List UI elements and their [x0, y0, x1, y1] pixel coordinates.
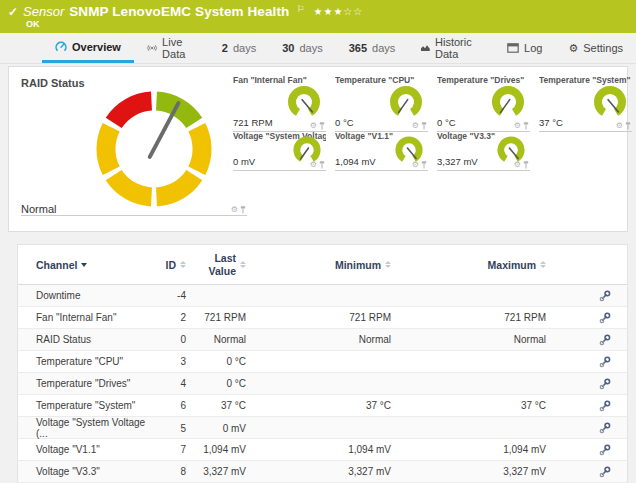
table-row: Temperature "Drives" 4 0 °C [18, 373, 627, 395]
tab-bar: Overview Live Data 2 days 30 days 365 da… [0, 33, 636, 64]
raid-status-gauge-title: RAID Status [21, 77, 85, 89]
tab-30-days-number: 30 [282, 42, 294, 54]
gauge-settings-gear-icon[interactable]: ⚙ [412, 161, 419, 169]
last-value-cell: 0 mV [186, 423, 246, 434]
channel-id-cell: 3 [148, 356, 186, 367]
edit-channel-wrench-icon[interactable] [599, 422, 611, 434]
minimum-cell: 3,327 mV [246, 466, 391, 477]
channel-name-cell: Voltage "System Voltage (... [36, 417, 148, 439]
tab-2-days-number: 2 [222, 42, 228, 54]
tab-historic-data[interactable]: Historic Data [408, 33, 494, 63]
edit-channel-wrench-icon[interactable] [599, 378, 611, 390]
prtg-sensor-page: ✓ Sensor SNMP LenovoEMC System Health ⚐ … [0, 0, 636, 483]
sensor-kind-label: Sensor [23, 4, 64, 19]
pin-icon[interactable] [421, 161, 427, 169]
tab-2-days[interactable]: 2 days [209, 33, 269, 63]
priority-stars[interactable]: ★★★☆☆ [313, 6, 363, 17]
tab-365-days[interactable]: 365 days [336, 33, 409, 63]
table-row: Fan "Internal Fan" 2 721 RPM 721 RPM 721… [18, 307, 627, 329]
maximum-cell: 721 RPM [391, 312, 546, 323]
column-header-minimum-label: Minimum [335, 259, 381, 271]
gauge-settings-gear-icon[interactable]: ⚙ [231, 206, 238, 214]
tab-30-days[interactable]: 30 days [269, 33, 336, 63]
raid-status-gauge [93, 88, 215, 210]
edit-channel-wrench-icon[interactable] [599, 356, 611, 368]
sensor-header: ✓ Sensor SNMP LenovoEMC System Health ⚐ … [0, 0, 636, 33]
channel-name-cell: Fan "Internal Fan" [36, 312, 148, 323]
last-value-cell: 0 °C [186, 378, 246, 389]
edit-channel-wrench-icon[interactable] [599, 290, 611, 302]
tab-overview-label: Overview [72, 41, 121, 53]
priority-flag-icon[interactable]: ⚐ [296, 4, 304, 14]
mini-gauge-value: 37 °C [539, 117, 563, 128]
edit-channel-wrench-icon[interactable] [599, 444, 611, 456]
table-row: Temperature "CPU" 3 0 °C [18, 351, 627, 373]
channels-table: Channel ID Last Value Minimum Maximum [17, 244, 628, 483]
tab-historic-data-label: Historic Data [435, 36, 481, 60]
channel-id-cell: 5 [148, 423, 186, 434]
tab-overview[interactable]: Overview [42, 33, 134, 63]
table-row: RAID Status 0 Normal Normal Normal [18, 329, 627, 351]
last-value-cell: 721 RPM [186, 312, 246, 323]
tab-log-label: Log [524, 42, 542, 54]
last-value-cell: 37 °C [186, 400, 246, 411]
tab-30-days-label: days [299, 42, 322, 54]
edit-channel-wrench-icon[interactable] [599, 400, 611, 412]
gauge-settings-gear-icon[interactable]: ⚙ [616, 122, 623, 130]
pin-icon[interactable] [240, 206, 246, 214]
last-value-cell: 0 °C [186, 356, 246, 367]
pin-icon[interactable] [523, 161, 529, 169]
edit-channel-wrench-icon[interactable] [599, 334, 611, 346]
column-header-channel-label: Channel [36, 259, 77, 271]
table-row: Voltage "V3.3" 8 3,327 mV 3,327 mV 3,327… [18, 461, 627, 483]
channel-id-cell: 7 [148, 444, 186, 455]
column-header-id[interactable]: ID [148, 259, 186, 271]
historic-data-chart-icon [421, 43, 430, 53]
tab-live-data[interactable]: Live Data [134, 33, 209, 63]
channel-id-cell: -4 [148, 290, 186, 301]
maximum-cell: Normal [391, 334, 546, 345]
mini-gauge-temperature-cpu: Temperature "CPU" 0 °C ⚙ [335, 73, 428, 132]
log-window-icon [507, 43, 519, 53]
channel-name-cell: RAID Status [36, 334, 148, 345]
raid-status-footer: Normal ⚙ [21, 199, 247, 216]
maximum-cell: 3,327 mV [391, 466, 546, 477]
channel-name-cell: Temperature "CPU" [36, 356, 148, 367]
minimum-cell: Normal [246, 334, 391, 345]
edit-channel-wrench-icon[interactable] [599, 466, 611, 478]
column-header-minimum[interactable]: Minimum [246, 259, 391, 271]
tab-365-days-number: 365 [349, 42, 367, 54]
mini-gauge-value: 3,327 mV [437, 156, 478, 167]
channel-name-cell: Voltage "V1.1" [36, 444, 148, 455]
maximum-cell: 1,094 mV [391, 444, 546, 455]
channel-id-cell: 6 [148, 400, 186, 411]
sensor-status-badge: OK [26, 19, 40, 29]
mini-gauge-fan-internal-fan: Fan "Internal Fan" 721 RPM ⚙ [233, 73, 326, 132]
last-value-cell: Normal [186, 334, 246, 345]
tab-settings[interactable]: ⚙ Settings [555, 33, 636, 63]
channel-id-cell: 0 [148, 334, 186, 345]
minimum-cell: 1,094 mV [246, 444, 391, 455]
column-header-maximum[interactable]: Maximum [391, 259, 546, 271]
tab-log[interactable]: Log [494, 33, 555, 63]
mini-gauge-voltage-v3-3: Voltage "V3.3" 3,327 mV ⚙ [437, 129, 530, 171]
channel-id-cell: 4 [148, 378, 186, 389]
gauge-settings-gear-icon[interactable]: ⚙ [310, 161, 317, 169]
last-value-cell: 1,094 mV [186, 444, 246, 455]
column-header-last-value[interactable]: Last Value [186, 252, 246, 276]
gauge-settings-gear-icon[interactable]: ⚙ [514, 161, 521, 169]
pin-icon[interactable] [319, 161, 325, 169]
table-row: Voltage "V1.1" 7 1,094 mV 1,094 mV 1,094… [18, 439, 627, 461]
table-row: Temperature "System" 6 37 °C 37 °C 37 °C [18, 395, 627, 417]
tab-2-days-label: days [233, 42, 256, 54]
channel-id-cell: 2 [148, 312, 186, 323]
channels-table-body: Downtime -4 Fan "Internal Fan" 2 721 RPM… [18, 285, 627, 483]
column-header-maximum-label: Maximum [488, 259, 536, 271]
sort-caret-down-icon [81, 263, 87, 267]
edit-channel-wrench-icon[interactable] [599, 312, 611, 324]
mini-gauge-voltage-system: Voltage "System Voltage (12... 0 mV ⚙ [233, 129, 326, 171]
column-header-channel[interactable]: Channel [36, 259, 148, 271]
mini-gauge-voltage-v1-1: Voltage "V1.1" 1,094 mV ⚙ [335, 129, 428, 171]
pin-icon[interactable] [625, 122, 631, 130]
table-row: Downtime -4 [18, 285, 627, 307]
